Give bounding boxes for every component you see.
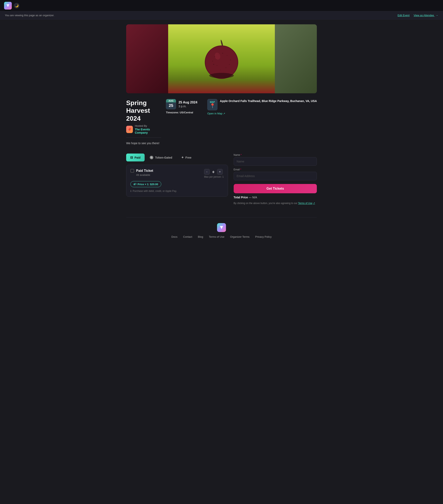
host-avatar: 📌 — [126, 126, 133, 133]
logo-icon — [6, 4, 9, 7]
svg-point-11 — [220, 70, 221, 70]
event-description: We hope to see you there! — [126, 141, 161, 145]
map-pin-icon: 📍 — [207, 103, 217, 108]
footer-logo-container — [130, 223, 313, 235]
date-badge: AUG 25 25 Aug 2024 3 p.m. — [166, 99, 203, 109]
terms-note: By clicking on the above button, you're … — [234, 201, 317, 205]
svg-point-6 — [227, 55, 227, 56]
tab-free[interactable]: ✦ Free — [177, 154, 196, 162]
cal-day: 25 — [166, 102, 176, 109]
event-info-row: Spring Harvest 2024 📌 Hosted By The Even… — [126, 99, 317, 145]
timezone-text: Timezone: US/Central — [166, 111, 203, 114]
edit-event-link[interactable]: Edit Event — [398, 14, 409, 17]
ticket-qty-control: - 0 + — [204, 169, 224, 175]
terms-external-icon: ↗ — [313, 201, 315, 205]
open-map-link[interactable]: Open in Map ↗ — [207, 112, 225, 115]
email-input[interactable] — [234, 172, 317, 180]
email-field: Email * — [234, 168, 317, 180]
name-label: Name * — [234, 154, 317, 156]
svg-point-10 — [225, 67, 226, 68]
ticket-payment-note: ℹ Purchase with debit, credit, or Apple … — [130, 190, 224, 193]
event-title-block: Spring Harvest 2024 📌 Hosted By The Even… — [126, 99, 161, 145]
total-price: Total Price — N/A — [234, 196, 317, 199]
ticket-tabs: ⊟ Paid 🔘 Token-Gated ✦ Free — [126, 154, 228, 162]
hosted-by: 📌 Hosted By The Events Company — [126, 124, 161, 134]
organizer-message: You are viewing this page as an organize… — [5, 14, 54, 17]
footer-link-privacy[interactable]: Privacy Policy — [255, 235, 272, 238]
apple-image — [201, 36, 242, 81]
price-tag-icon: 🏷 — [133, 182, 136, 186]
paid-tab-icon: ⊟ — [130, 156, 133, 160]
hero-bg-left — [126, 24, 168, 93]
location-block: MAP 📍 Apple Orchard Falls Trailhead, Blu… — [207, 99, 317, 115]
map-label: MAP — [207, 101, 217, 103]
ticket-card-header: Paid Ticket 49 available - 0 + — [130, 169, 224, 178]
svg-point-15 — [209, 73, 234, 78]
location-name: Apple Orchard Falls Trailhead, Blue Ridg… — [220, 99, 317, 103]
date-text: 25 Aug 2024 — [179, 101, 197, 104]
footer-links: Docs Contact Blog Terms of Use Organizer… — [130, 235, 313, 238]
event-title: Spring Harvest 2024 — [126, 99, 161, 122]
tab-token-gated[interactable]: 🔘 Token-Gated — [146, 154, 176, 162]
qty-minus-button[interactable]: - — [204, 169, 210, 175]
navbar: 🌙 — [0, 0, 443, 11]
divider — [126, 138, 161, 138]
name-field: Name * — [234, 154, 317, 166]
token-gated-tab-icon: 🔘 — [149, 156, 154, 160]
timezone-value: US/Central — [180, 111, 193, 114]
ticket-name-row: Paid Ticket — [130, 169, 153, 173]
footer-link-contact[interactable]: Contact — [183, 235, 192, 238]
total-price-label: Total Price — [234, 196, 248, 199]
total-price-dash: — — [249, 196, 252, 199]
tickets-section: ⊟ Paid 🔘 Token-Gated ✦ Free — [126, 154, 317, 205]
view-attendee-link[interactable]: View as Attendee → — [414, 14, 438, 17]
timezone-label: Timezone: — [166, 111, 179, 114]
total-price-value: N/A — [252, 196, 257, 199]
location-badge: MAP 📍 Apple Orchard Falls Trailhead, Blu… — [207, 99, 317, 110]
footer-logo-icon — [220, 226, 223, 229]
name-input[interactable] — [234, 157, 317, 166]
hero-image-center — [168, 24, 275, 93]
token-gated-tab-label: Token-Gated — [155, 156, 172, 159]
info-icon: ℹ — [130, 190, 131, 193]
email-label: Email * — [234, 168, 317, 171]
qty-plus-button[interactable]: + — [217, 169, 223, 175]
price-label: Price × 1: $20.00 — [138, 183, 158, 186]
svg-point-7 — [212, 61, 213, 61]
organizer-bar: You are viewing this page as an organize… — [0, 11, 443, 19]
footer-link-blog[interactable]: Blog — [198, 235, 203, 238]
hero-image — [126, 24, 317, 93]
max-per-person: Max per person: 1 — [204, 175, 224, 178]
svg-point-12 — [213, 64, 214, 65]
organizer-bar-actions: Edit Event View as Attendee → — [398, 14, 438, 17]
svg-point-9 — [217, 65, 217, 66]
ticket-available: 49 available — [136, 173, 153, 177]
host-name[interactable]: The Events Company — [135, 128, 161, 134]
tickets-left: ⊟ Paid 🔘 Token-Gated ✦ Free — [126, 154, 228, 197]
svg-point-5 — [222, 53, 223, 54]
navbar-logo[interactable] — [4, 2, 12, 10]
svg-point-8 — [230, 59, 231, 60]
datetime-block: AUG 25 25 Aug 2024 3 p.m. Timezone: US/C… — [166, 99, 203, 114]
time-text: 3 p.m. — [179, 105, 197, 108]
footer-logo[interactable] — [217, 223, 226, 232]
arrow-right-icon: → — [436, 14, 438, 17]
footer-link-organizer-terms[interactable]: Organizer Terms — [230, 235, 249, 238]
hosted-by-label: Hosted By — [135, 124, 161, 128]
footer: Docs Contact Blog Terms of Use Organizer… — [126, 217, 317, 244]
get-tickets-button[interactable]: Get Tickets — [234, 184, 317, 193]
registration-form: Name * Email * Get Tickets Total Price —… — [234, 154, 317, 205]
external-link-icon: ↗ — [223, 112, 225, 115]
dark-mode-toggle[interactable]: 🌙 — [14, 3, 19, 9]
cal-month: AUG — [166, 99, 176, 102]
footer-link-docs[interactable]: Docs — [171, 235, 178, 238]
ticket-checkbox[interactable] — [130, 169, 134, 173]
tab-paid[interactable]: ⊟ Paid — [126, 154, 145, 162]
main-container: Spring Harvest 2024 📌 Hosted By The Even… — [122, 24, 321, 256]
footer-link-terms[interactable]: Terms of Use — [209, 235, 224, 238]
name-required-star: * — [241, 154, 242, 156]
ticket-card: Paid Ticket 49 available - 0 + — [126, 165, 228, 197]
terms-of-use-link[interactable]: Terms of Use ↗ — [298, 201, 315, 205]
free-tab-label: Free — [185, 156, 191, 159]
svg-point-13 — [229, 64, 230, 65]
